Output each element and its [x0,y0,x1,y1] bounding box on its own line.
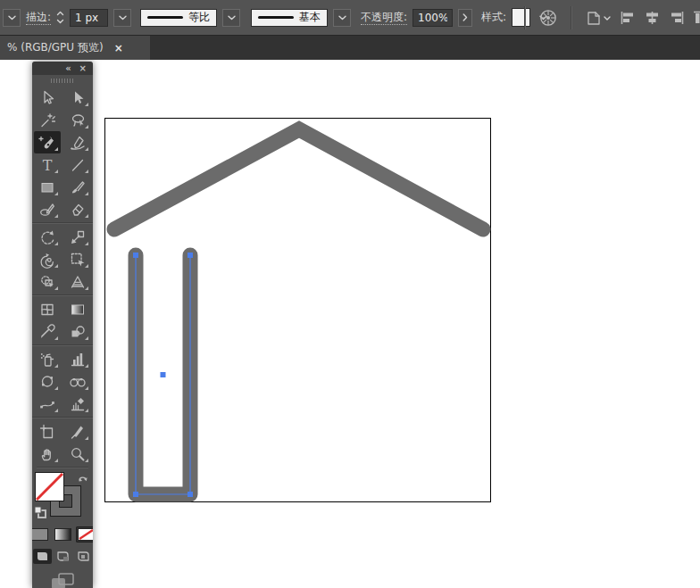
selection-tool[interactable] [34,87,61,109]
anchor-point[interactable] [133,253,138,258]
lasso-tool[interactable] [64,109,91,131]
document-tab[interactable]: % (RGB/GPU 预览) × [0,36,150,60]
swap-fill-stroke-icon[interactable] [77,471,89,488]
document-tab-title: % (RGB/GPU 预览) [7,40,104,55]
svg-text:T: T [43,156,53,173]
scale-tool[interactable] [64,226,91,248]
tool-panel-header[interactable]: « × [32,62,93,75]
stroke-profile-preview [147,16,183,19]
twirl-tool[interactable] [34,248,61,270]
brush-definition-value: 基本 [299,10,321,25]
fill-stroke-swatches [32,471,93,521]
path-center-point[interactable] [161,372,166,377]
variable-width-profile-select[interactable]: 等比 [140,9,217,27]
draw-behind-mode[interactable] [54,549,72,564]
align-to-selection-icon[interactable] [585,9,612,27]
stroke-label[interactable]: 描边: [26,10,51,25]
stroke-stepper[interactable] [56,10,64,25]
default-fill-stroke-icon[interactable] [34,505,46,522]
circle-anchors-tool[interactable] [34,370,61,393]
drawing-modes [32,549,93,564]
perspective-grid-tool[interactable] [64,270,91,293]
eyedropper-tool[interactable] [34,320,61,343]
opacity-options-button[interactable] [458,9,472,27]
stroke-width-input[interactable] [70,9,108,27]
type-tool[interactable]: T [34,153,61,176]
hand-tool[interactable] [34,443,61,465]
color-button[interactable] [32,526,50,542]
brush-definition-select[interactable]: 基本 [251,9,328,27]
fill-color-swatch[interactable] [35,472,64,501]
opacity-label[interactable]: 不透明度: [361,10,407,25]
paint-buttons [32,526,93,542]
line-segment-tool[interactable] [64,153,91,176]
anchor-point[interactable] [188,253,193,258]
tool-grid: T [32,87,93,465]
divider [32,344,93,346]
divider [32,222,93,224]
rectangle-tool[interactable] [34,176,61,198]
blend-tool[interactable] [64,320,91,343]
width-profile-dropdown[interactable] [222,9,240,27]
shaper-tool[interactable] [34,198,61,220]
width-profile-value: 等比 [188,10,210,25]
workspace: « × T [0,60,700,588]
column-graph-tool[interactable] [64,348,91,370]
anchor-point[interactable] [133,492,138,497]
tab-close-icon[interactable]: × [114,43,123,54]
draw-inside-mode[interactable] [74,549,93,564]
shape-builder-tool[interactable] [34,270,61,293]
free-transform-tool[interactable] [64,248,91,270]
smooth-tool[interactable] [34,393,61,415]
brush-preview [258,16,294,19]
gradient-button[interactable] [53,526,73,542]
recolor-artwork-icon[interactable] [538,8,558,28]
opacity-input[interactable] [412,9,453,27]
symbol-sprayer-tool[interactable] [34,348,61,370]
divider [32,294,93,296]
mesh-tool[interactable] [34,298,61,320]
none-fill-slash-icon [36,473,63,501]
horizontal-align-right-icon[interactable] [669,11,684,25]
curvature-tool[interactable] [64,131,91,153]
path-eraser-tool[interactable] [64,393,91,415]
chevron-down-icon[interactable] [3,9,21,27]
double-circles-tool[interactable] [64,370,91,393]
control-bar: 描边: 等比 基本 不透明度: 样式: [0,0,700,36]
draw-normal-mode[interactable] [33,549,52,564]
horizontal-align-center-icon[interactable] [645,11,660,25]
screen-mode-button[interactable] [32,572,93,588]
control-bar-right [521,0,700,36]
style-label: 样式: [481,10,506,25]
eraser-tool[interactable] [64,198,91,220]
none-button[interactable] [76,526,94,542]
close-panel-icon[interactable]: × [79,64,87,73]
panel-grip[interactable] [32,75,93,87]
tool-panel: « × T [32,62,93,588]
canvas[interactable] [0,60,700,588]
anchor-point[interactable] [188,492,193,497]
horizontal-align-left-icon[interactable] [621,11,636,25]
artboard-tool[interactable] [34,420,61,443]
separator [571,6,572,29]
stroke-width-dropdown[interactable] [113,9,131,27]
brush-definition-dropdown[interactable] [333,9,351,27]
separator [524,6,526,29]
divider [37,467,88,468]
zoom-tool[interactable] [64,443,91,465]
collapse-panel-icon[interactable]: « [65,64,71,73]
add-anchor-point-pen-tool[interactable] [34,131,61,153]
gradient-tool[interactable] [64,298,91,320]
paintbrush-tool[interactable] [64,176,91,198]
direct-selection-tool[interactable] [64,87,91,109]
slice-tool[interactable] [64,420,91,443]
divider [32,417,93,418]
magic-wand-tool[interactable] [34,109,61,131]
vertical-align-top-icon[interactable] [693,11,700,25]
rotate-tool[interactable] [34,226,61,248]
artboard [105,119,491,502]
document-tab-bar: % (RGB/GPU 预览) × [0,36,700,60]
